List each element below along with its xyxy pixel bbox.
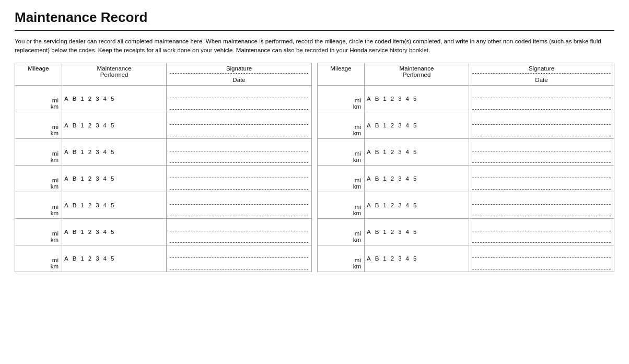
code-3: 3 (96, 175, 99, 182)
km-label: km (51, 210, 59, 216)
mi-label: mi (355, 204, 361, 210)
code-B: B (73, 96, 77, 102)
km-label: km (51, 183, 59, 190)
code-B: B (375, 149, 379, 155)
km-label: km (353, 103, 361, 110)
left-codes-cell-5: A B 1 2 3 4 5 (62, 192, 167, 218)
left-mileage-cell-5: mi km (15, 192, 62, 218)
code-A: A (367, 122, 371, 128)
sig-line-4 (170, 168, 308, 178)
code-B: B (375, 175, 379, 182)
left-sig-cell-1 (167, 85, 312, 112)
code-1: 1 (383, 122, 386, 128)
left-row-5: mi km A B 1 2 3 4 5 (15, 192, 312, 218)
code-1: 1 (80, 175, 84, 182)
right-date-line-7 (472, 260, 611, 269)
left-mileage-cell-1: mi km (15, 85, 62, 112)
code-3: 3 (96, 255, 99, 262)
code-A: A (367, 255, 371, 262)
mi-label: mi (355, 257, 361, 263)
right-row-6: mi km A B 1 2 3 4 5 (318, 218, 614, 245)
right-codes-row-6: A B 1 2 3 4 5 (367, 229, 467, 235)
right-codes-row-5: A B 1 2 3 4 5 (367, 202, 467, 208)
left-row-6: mi km A B 1 2 3 4 5 (15, 218, 312, 245)
right-row-3: mi km A B 1 2 3 4 5 (318, 138, 614, 165)
mi-label: mi (52, 177, 59, 183)
right-sig-line-2 (472, 114, 611, 125)
code-B: B (375, 202, 379, 208)
code-5: 5 (413, 149, 416, 155)
km-label: km (51, 157, 59, 163)
code-3: 3 (398, 255, 401, 262)
right-sig-cell-2 (469, 112, 614, 138)
code-3: 3 (398, 96, 401, 102)
right-row-4: mi km A B 1 2 3 4 5 (318, 165, 614, 192)
right-date-label: Date (472, 77, 611, 83)
code-2: 2 (88, 96, 91, 102)
code-B: B (73, 229, 77, 235)
code-5: 5 (111, 175, 114, 182)
mi-label: mi (355, 230, 361, 237)
right-sig-cell-1 (469, 85, 614, 112)
right-mileage-cell-4: mi km (318, 165, 365, 192)
date-line-3 (170, 154, 308, 163)
code-2: 2 (88, 202, 91, 208)
right-codes-cell-5: A B 1 2 3 4 5 (365, 192, 469, 218)
sig-line-1 (170, 88, 308, 98)
mi-km-6: mi km (18, 230, 59, 243)
code-4: 4 (406, 122, 409, 128)
code-2: 2 (391, 96, 394, 102)
left-row-7: mi km A B 1 2 3 4 5 (15, 245, 312, 272)
title-divider (15, 30, 614, 31)
mi-label: mi (355, 150, 361, 157)
right-date-line-3 (472, 154, 611, 163)
right-sig-line-1 (472, 88, 611, 98)
right-codes-cell-1: A B 1 2 3 4 5 (365, 85, 469, 112)
left-sig-cell-2 (167, 112, 312, 138)
right-sig-cell-3 (469, 138, 614, 165)
codes-row-1: A B 1 2 3 4 5 (64, 96, 164, 102)
mi-km-5: mi km (18, 204, 59, 216)
code-4: 4 (406, 202, 409, 208)
codes-row-5: A B 1 2 3 4 5 (64, 202, 164, 208)
right-codes-row-2: A B 1 2 3 4 5 (367, 122, 467, 128)
code-4: 4 (103, 229, 107, 235)
right-sig-cell-5 (469, 192, 614, 218)
km-label: km (51, 130, 59, 136)
right-mileage-cell-2: mi km (318, 112, 365, 138)
left-maintenance-table: Mileage MaintenancePerformed Signature D… (15, 63, 312, 272)
date-line-1 (170, 100, 308, 110)
right-sig-line-7 (472, 248, 611, 258)
mi-label: mi (52, 257, 59, 263)
right-codes-row-1: A B 1 2 3 4 5 (367, 96, 467, 102)
code-5: 5 (413, 175, 416, 182)
mi-km-7: mi km (18, 257, 59, 269)
right-codes-row-4: A B 1 2 3 4 5 (367, 175, 467, 182)
code-2: 2 (391, 175, 394, 182)
code-4: 4 (103, 202, 107, 208)
left-codes-cell-1: A B 1 2 3 4 5 (62, 85, 167, 112)
code-A: A (367, 149, 371, 155)
km-label: km (353, 263, 361, 269)
left-mileage-cell-3: mi km (15, 138, 62, 165)
code-4: 4 (406, 255, 409, 262)
code-A: A (367, 96, 371, 102)
code-B: B (73, 202, 77, 208)
code-B: B (73, 149, 77, 155)
date-line-2 (170, 127, 308, 136)
code-2: 2 (391, 122, 394, 128)
right-codes-row-7: A B 1 2 3 4 5 (367, 255, 467, 262)
code-A: A (367, 175, 371, 182)
left-codes-cell-7: A B 1 2 3 4 5 (62, 245, 167, 272)
code-4: 4 (406, 96, 409, 102)
left-row-3: mi km A B 1 2 3 4 5 (15, 138, 312, 165)
sig-line-3 (170, 141, 308, 151)
mi-label: mi (52, 97, 59, 103)
codes-row-6: A B 1 2 3 4 5 (64, 229, 164, 235)
code-4: 4 (103, 149, 107, 155)
code-3: 3 (398, 122, 401, 128)
code-A: A (64, 175, 68, 182)
date-line-4 (170, 180, 308, 190)
code-1: 1 (383, 175, 386, 182)
code-A: A (64, 255, 68, 262)
